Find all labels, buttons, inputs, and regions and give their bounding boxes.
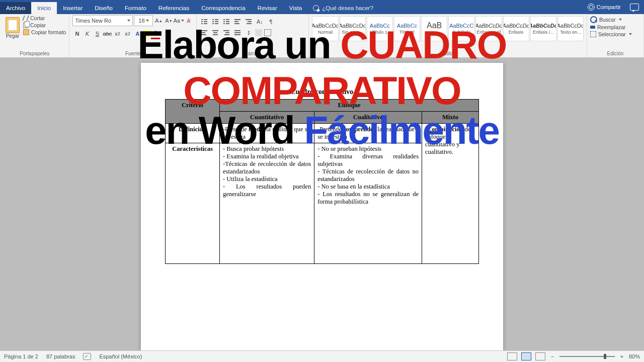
style-subt-tulo[interactable]: AaBbCcCSubtítulo bbox=[448, 16, 474, 41]
subscript-button[interactable]: x2 bbox=[113, 29, 122, 39]
chevron-down-icon bbox=[619, 19, 622, 21]
style-t-tulo[interactable]: AaBTítulo bbox=[421, 16, 447, 41]
view-web-button[interactable] bbox=[535, 352, 545, 360]
style-sample: AaB bbox=[427, 21, 442, 30]
font-size-select[interactable]: 18 bbox=[134, 15, 153, 26]
style-sin-espa-[interactable]: AaBbCcDdSin espa... bbox=[340, 16, 366, 41]
tab-view[interactable]: Vista bbox=[283, 2, 308, 14]
comments-icon[interactable] bbox=[630, 4, 639, 11]
zoom-thumb[interactable] bbox=[604, 354, 606, 359]
font-color-button[interactable]: A bbox=[151, 28, 160, 39]
font-title: Fuente bbox=[72, 51, 193, 57]
align-justify-button[interactable] bbox=[233, 28, 242, 37]
style--nfasis-sutil[interactable]: AaBbCcDdÉnfasis sutil bbox=[475, 16, 502, 41]
highlight-button[interactable] bbox=[143, 30, 150, 37]
bullets-button[interactable] bbox=[200, 17, 209, 26]
ribbon-tabs: Archivo Inicio Insertar Diseño Formato R… bbox=[0, 2, 644, 14]
style-name: Énfasis bbox=[509, 30, 524, 35]
view-read-button[interactable] bbox=[507, 352, 517, 360]
show-marks-button[interactable]: ¶ bbox=[266, 17, 275, 26]
view-print-button[interactable] bbox=[521, 352, 531, 360]
style-texto-en-[interactable]: AaBbCcDdTexto en... bbox=[557, 16, 584, 41]
hdr-cuant: Cuantitativo bbox=[220, 112, 314, 124]
find-button[interactable]: Buscar bbox=[590, 16, 640, 23]
style-t-tulo-2[interactable]: AaBbCcTítulo 2 bbox=[394, 16, 420, 41]
style--nfasis-i-[interactable]: AaBbCcDdÉnfasis i... bbox=[530, 16, 556, 41]
style-name: Subtítulo bbox=[453, 30, 471, 35]
replace-button[interactable]: Reemplazar bbox=[590, 24, 640, 30]
style-name: Texto en... bbox=[560, 30, 581, 35]
zoom-out-button[interactable]: − bbox=[549, 353, 555, 359]
style--nfasis[interactable]: AaBbCcDdÉnfasis bbox=[503, 16, 529, 41]
borders-button[interactable] bbox=[264, 29, 271, 36]
hdr-mixto: Mixto bbox=[422, 112, 479, 124]
group-font: Times New Ro 18 A▲ A▼ Aa A̷ N K S abc x2… bbox=[69, 14, 197, 57]
chevron-down-icon bbox=[146, 20, 149, 22]
style-sample: AaBbCcDd bbox=[475, 23, 502, 29]
tell-me-search[interactable]: ¿Qué desea hacer? bbox=[313, 2, 373, 14]
bold-button[interactable]: N bbox=[72, 29, 82, 39]
tab-insert[interactable]: Insertar bbox=[57, 2, 89, 14]
zoom-slider[interactable] bbox=[559, 356, 615, 357]
group-paragraph: A↓ ¶ ‡ Párrafo bbox=[197, 14, 309, 57]
change-case-button[interactable]: Aa bbox=[174, 16, 183, 26]
style-normal[interactable]: AaBbCcDdNormal bbox=[312, 16, 338, 41]
superscript-button[interactable]: x2 bbox=[123, 29, 132, 39]
style-sample: AaBbCcDd bbox=[557, 23, 584, 29]
select-icon bbox=[590, 31, 596, 37]
style-sample: AaBbCc bbox=[370, 23, 390, 29]
increase-indent-button[interactable] bbox=[244, 17, 253, 26]
sort-button[interactable]: A↓ bbox=[255, 17, 264, 26]
clear-format-button[interactable]: A̷ bbox=[184, 16, 193, 26]
cut-button[interactable]: Cortar bbox=[23, 15, 66, 21]
comparison-table: Criterio Enfoque Cuantitativo Cualitativ… bbox=[165, 99, 479, 264]
tab-layout[interactable]: Formato bbox=[119, 2, 152, 14]
text-effects-button[interactable]: A bbox=[133, 29, 142, 39]
line-spacing-button[interactable]: ‡ bbox=[244, 28, 253, 37]
style-t-tulo-1[interactable]: AaBbCcTítulo 1 bbox=[367, 16, 393, 41]
style-name: Título 2 bbox=[399, 30, 415, 35]
font-name-select[interactable]: Times New Ro bbox=[72, 15, 133, 26]
paste-button[interactable]: Pegar bbox=[3, 15, 22, 39]
copy-button[interactable]: Copiar bbox=[23, 22, 66, 28]
multilevel-button[interactable] bbox=[222, 17, 231, 26]
tell-me-placeholder: ¿Qué desea hacer? bbox=[322, 5, 373, 11]
align-left-button[interactable] bbox=[200, 28, 209, 37]
align-right-button[interactable] bbox=[222, 28, 231, 37]
scissors-icon bbox=[22, 16, 29, 21]
tab-design[interactable]: Diseño bbox=[89, 2, 119, 14]
clipboard-title: Portapapeles bbox=[3, 51, 66, 57]
style-sample: AaBbCcDd bbox=[503, 23, 529, 29]
shrink-font-button[interactable]: A▼ bbox=[164, 16, 173, 26]
tab-review[interactable]: Revisar bbox=[252, 2, 283, 14]
grow-font-button[interactable]: A▲ bbox=[154, 16, 163, 26]
hdr-enfoque: Enfoque bbox=[220, 100, 479, 112]
share-button[interactable]: Compartir bbox=[585, 3, 624, 12]
tab-home[interactable]: Inicio bbox=[31, 2, 57, 14]
page[interactable]: Cuadro comparativo Criterio Enfoque Cuan… bbox=[141, 63, 503, 350]
tab-file[interactable]: Archivo bbox=[0, 2, 31, 14]
zoom-in-button[interactable]: + bbox=[619, 353, 625, 359]
hdr-cual: Cualitativo bbox=[314, 112, 422, 124]
style-sample: AaBbCcC bbox=[449, 23, 473, 29]
shading-button[interactable] bbox=[255, 29, 262, 36]
zoom-level[interactable]: 80% bbox=[629, 353, 640, 359]
align-center-button[interactable] bbox=[211, 28, 220, 37]
tab-references[interactable]: Referencias bbox=[152, 2, 195, 14]
copy-icon bbox=[23, 22, 28, 28]
status-words[interactable]: 87 palabras bbox=[46, 353, 75, 359]
underline-button[interactable]: S bbox=[93, 29, 102, 39]
status-language[interactable]: Español (México) bbox=[99, 353, 142, 359]
italic-button[interactable]: K bbox=[83, 29, 92, 39]
select-button[interactable]: Seleccionar bbox=[590, 31, 640, 37]
tab-mailings[interactable]: Correspondencia bbox=[195, 2, 252, 14]
group-styles: AaBbCcDdNormalAaBbCcDdSin espa...AaBbCcT… bbox=[309, 14, 587, 57]
numbering-button[interactable] bbox=[211, 17, 220, 26]
spellcheck-icon[interactable]: ✓ bbox=[83, 353, 91, 360]
decrease-indent-button[interactable] bbox=[233, 17, 242, 26]
format-painter-button[interactable]: Copiar formato bbox=[23, 29, 66, 35]
paragraph-title: Párrafo bbox=[200, 51, 305, 57]
status-page[interactable]: Página 1 de 2 bbox=[4, 353, 38, 359]
strike-button[interactable]: abc bbox=[103, 29, 112, 39]
style-name: Título bbox=[429, 31, 440, 36]
